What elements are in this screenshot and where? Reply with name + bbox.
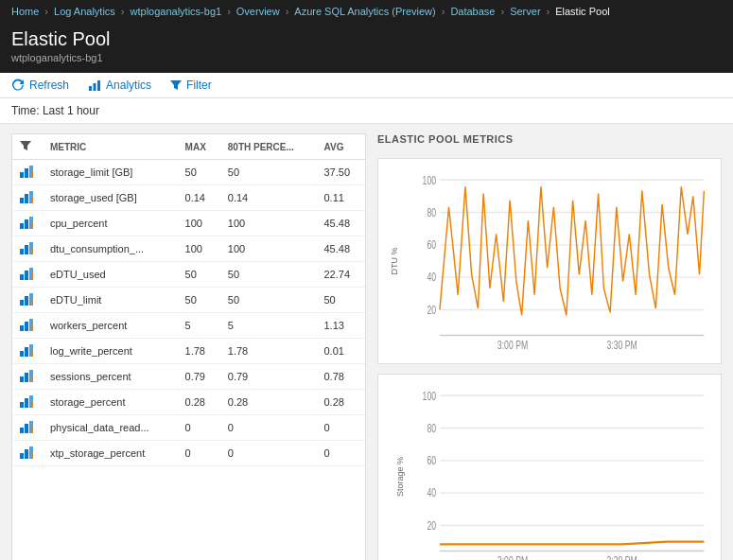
metric-max: 50 <box>178 262 220 288</box>
metric-max: 50 <box>178 288 220 313</box>
breadcrumb-sql-analytics[interactable]: Azure SQL Analytics (Preview) <box>294 6 435 17</box>
main-content: METRIC MAX 80TH PERCE... AVG storage_lim… <box>0 124 733 560</box>
metric-avg: 22.74 <box>317 262 366 288</box>
svg-rect-8 <box>25 194 28 203</box>
metric-max: 100 <box>178 211 220 236</box>
svg-rect-30 <box>31 324 33 331</box>
metric-80th: 0.14 <box>220 185 317 211</box>
metric-avg: 50 <box>317 288 366 313</box>
svg-text:100: 100 <box>423 173 436 186</box>
svg-rect-44 <box>25 424 28 433</box>
metric-max: 50 <box>178 160 220 185</box>
title-area: Elastic Pool wtploganalytics-bg1 <box>0 23 733 73</box>
table-row[interactable]: storage_percent0.280.280.28 <box>12 390 365 415</box>
svg-rect-40 <box>25 398 28 408</box>
metric-max: 0 <box>178 415 220 441</box>
table-row[interactable]: storage_limit [GB]505037.50 <box>12 160 365 185</box>
dtu-y-label: DTU % <box>390 248 399 275</box>
metric-avg: 0 <box>317 415 366 441</box>
svg-text:40: 40 <box>427 486 436 499</box>
metric-max: 100 <box>178 236 220 262</box>
charts-section-title: ELASTIC POOL METRICS <box>377 133 722 145</box>
svg-rect-32 <box>25 347 28 357</box>
svg-rect-47 <box>20 453 24 459</box>
col-header-icon <box>12 134 43 160</box>
metric-name: cpu_percent <box>43 211 178 236</box>
metric-avg: 0.78 <box>317 364 366 390</box>
metric-80th: 0.79 <box>220 364 317 390</box>
storage-chart-box: Storage % 100 80 60 40 20 <box>377 374 722 560</box>
svg-rect-27 <box>20 325 24 331</box>
svg-rect-0 <box>89 86 92 91</box>
metric-bar-icon <box>12 313 43 339</box>
col-header-avg[interactable]: AVG <box>317 134 366 160</box>
metric-bar-icon <box>12 262 43 288</box>
svg-rect-31 <box>20 351 24 357</box>
metric-name: dtu_consumption_... <box>43 236 178 262</box>
svg-text:3:30 PM: 3:30 PM <box>607 338 637 351</box>
table-row[interactable]: sessions_percent0.790.790.78 <box>12 364 365 390</box>
table-row[interactable]: dtu_consumption_...10010045.48 <box>12 236 365 262</box>
breadcrumb-overview[interactable]: Overview <box>236 6 280 17</box>
table-row[interactable]: log_write_percent1.781.780.01 <box>12 339 365 364</box>
table-row[interactable]: eDTU_used505022.74 <box>12 262 365 288</box>
svg-rect-14 <box>31 221 33 229</box>
svg-rect-2 <box>97 80 100 91</box>
svg-rect-10 <box>31 196 33 203</box>
filter-table-icon <box>20 140 31 151</box>
breadcrumb: Home › Log Analytics › wtploganalytics-b… <box>0 0 733 23</box>
table-row[interactable]: storage_used [GB]0.140.140.11 <box>12 185 365 211</box>
metric-avg: 0.11 <box>317 185 366 211</box>
svg-rect-39 <box>20 402 24 408</box>
metric-avg: 0.28 <box>317 390 366 415</box>
svg-rect-6 <box>31 170 33 178</box>
svg-rect-43 <box>20 428 24 433</box>
metric-bar-icon <box>12 339 43 364</box>
storage-chart-svg: 100 80 60 40 20 3:00 PM 3:30 PM <box>412 382 713 560</box>
col-header-metric[interactable]: METRIC <box>43 134 178 160</box>
metric-bar-icon <box>12 288 43 313</box>
metric-80th: 50 <box>220 160 317 185</box>
metric-avg: 0 <box>317 441 366 466</box>
metric-name: log_write_percent <box>43 339 178 364</box>
metric-max: 1.78 <box>178 339 220 364</box>
svg-rect-23 <box>20 300 24 306</box>
metric-name: workers_percent <box>43 313 178 339</box>
metric-max: 0.79 <box>178 364 220 390</box>
table-row[interactable]: cpu_percent10010045.48 <box>12 211 365 236</box>
filter-button[interactable]: Filter <box>170 79 212 92</box>
metric-max: 0.14 <box>178 185 220 211</box>
storage-chart-inner: 100 80 60 40 20 3:00 PM 3:30 PM <box>412 382 713 560</box>
table-row[interactable]: physical_data_read...000 <box>12 415 365 441</box>
refresh-button[interactable]: Refresh <box>11 79 69 92</box>
metric-80th: 50 <box>220 262 317 288</box>
svg-rect-3 <box>20 172 24 178</box>
svg-rect-15 <box>20 249 24 254</box>
breadcrumb-home[interactable]: Home <box>11 6 39 17</box>
breadcrumb-server[interactable]: Server <box>510 6 540 17</box>
analytics-button[interactable]: Analytics <box>88 79 151 92</box>
charts-panel: ELASTIC POOL METRICS DTU % 100 80 60 4 <box>377 133 722 560</box>
table-row[interactable]: workers_percent551.13 <box>12 313 365 339</box>
metric-80th: 5 <box>220 313 317 339</box>
svg-text:3:00 PM: 3:00 PM <box>497 338 528 351</box>
col-header-max[interactable]: MAX <box>178 134 220 160</box>
svg-text:20: 20 <box>427 303 436 316</box>
svg-text:20: 20 <box>427 518 436 532</box>
svg-rect-50 <box>31 451 33 459</box>
svg-rect-46 <box>31 426 33 433</box>
metric-avg: 1.13 <box>317 313 366 339</box>
col-header-80th[interactable]: 80TH PERCE... <box>220 134 317 160</box>
breadcrumb-database[interactable]: Database <box>450 6 495 17</box>
breadcrumb-log-analytics[interactable]: Log Analytics <box>54 6 115 17</box>
metric-bar-icon <box>12 415 43 441</box>
time-filter-label: Time: Last 1 hour <box>11 104 99 117</box>
svg-rect-16 <box>25 245 28 254</box>
table-row[interactable]: xtp_storage_percent000 <box>12 441 365 466</box>
filter-icon <box>170 79 182 91</box>
breadcrumb-workspace[interactable]: wtploganalytics-bg1 <box>131 6 222 17</box>
metric-bar-icon <box>12 236 43 262</box>
metric-80th: 100 <box>220 236 317 262</box>
metric-bar-icon <box>12 390 43 415</box>
table-row[interactable]: eDTU_limit505050 <box>12 288 365 313</box>
